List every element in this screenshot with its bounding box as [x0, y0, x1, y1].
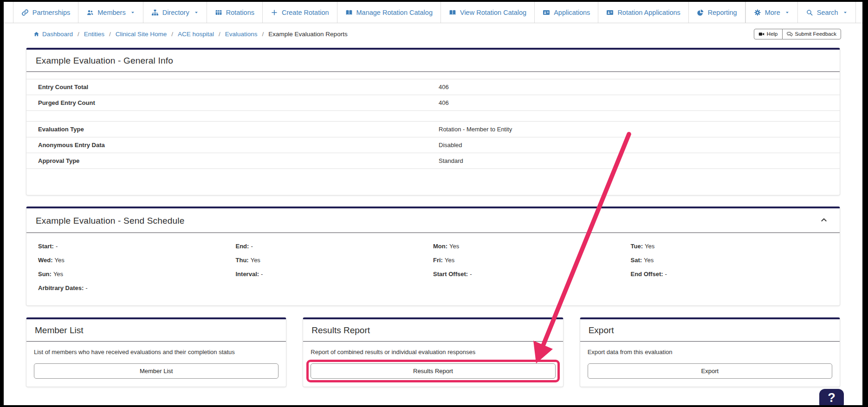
row-label: Anonymous Entry Data	[26, 142, 439, 149]
nav-item-label: Members	[97, 9, 125, 16]
sitemap-icon	[151, 9, 159, 16]
nav-item-directory[interactable]: Directory	[143, 2, 207, 23]
nav-leading-space	[4, 2, 13, 23]
member-list-button[interactable]: Member List	[34, 363, 279, 379]
general-info-table-counts: Entry Count Total 406 Purged Entry Count…	[26, 79, 840, 111]
nav-item-view-rotation-catalog[interactable]: View Rotation Catalog	[440, 2, 534, 23]
chevron-down-icon	[194, 10, 199, 15]
schedule-field-sun: Sun:Yes	[38, 267, 236, 281]
help-widget-button[interactable]: ?	[819, 389, 844, 405]
panel-title: Example Evaluation - Send Schedule	[36, 216, 185, 226]
panel-bottom-padding	[26, 169, 840, 195]
main-content: Example Evaluation - General Info Entry …	[4, 45, 862, 387]
export-card: Export Export data from this evaluation …	[580, 317, 840, 387]
breadcrumb-dashboard[interactable]: Dashboard	[33, 31, 73, 38]
nav-trailing-space	[856, 2, 862, 23]
nav-item-create-rotation[interactable]: Create Rotation	[262, 2, 337, 23]
help-button[interactable]: Help	[754, 29, 783, 39]
page: Partnerships Members Directory Rotations…	[4, 2, 862, 405]
nav-item-rotations[interactable]: Rotations	[207, 2, 262, 23]
row-value: Disabled	[439, 142, 840, 149]
schedule-field-wed: Wed:Yes	[38, 253, 236, 267]
export-button[interactable]: Export	[588, 363, 832, 379]
row-label: Entry Count Total	[26, 84, 439, 90]
breadcrumb-current-page: Example Evaluation Reports	[268, 31, 347, 38]
users-icon	[86, 9, 94, 16]
question-mark-icon: ?	[828, 391, 836, 405]
home-icon	[33, 31, 39, 37]
breadcrumb-bar: Dashboard / Entities / Clinical Site Hom…	[4, 23, 862, 45]
table-row: Evaluation Type Rotation - Member to Ent…	[26, 121, 840, 137]
nav-item-label: Reporting	[708, 9, 737, 16]
general-info-table-settings: Evaluation Type Rotation - Member to Ent…	[26, 121, 840, 169]
card-title: Export	[589, 325, 614, 335]
nav-item-members[interactable]: Members	[78, 2, 143, 23]
nav-item-search[interactable]: Search	[797, 2, 856, 23]
general-info-panel: Example Evaluation - General Info Entry …	[26, 48, 840, 195]
breadcrumb-ace-hospital[interactable]: ACE hospital	[178, 31, 214, 38]
table-icon	[215, 9, 222, 16]
schedule-field-start-offset: Start Offset:-	[433, 267, 631, 281]
row-label: Purged Entry Count	[26, 99, 439, 106]
send-schedule-panel: Example Evaluation - Send Schedule Start…	[26, 207, 840, 306]
card-header: Results Report	[303, 319, 563, 342]
card-title: Results Report	[311, 325, 370, 335]
collapse-panel-button[interactable]	[817, 214, 830, 227]
row-label: Approval Type	[26, 157, 439, 164]
table-row: Purged Entry Count 406	[26, 95, 840, 111]
card-header: Export	[580, 319, 840, 342]
schedule-field-tue: Tue:Yes	[631, 239, 829, 253]
results-report-card: Results Report Report of combined result…	[303, 317, 563, 387]
search-icon	[806, 9, 813, 16]
panel-title: Example Evaluation - General Info	[36, 56, 173, 66]
schedule-field-interval: Interval:-	[236, 267, 434, 281]
nav-item-manage-rotation-catalog[interactable]: Manage Rotation Catalog	[337, 2, 440, 23]
send-schedule-header: Example Evaluation - Send Schedule	[26, 208, 840, 233]
comments-icon	[787, 31, 793, 37]
video-icon	[758, 31, 764, 37]
chevron-up-icon	[819, 215, 829, 225]
card-body: List of members who have received evalua…	[26, 342, 286, 387]
send-schedule-grid: Start:- End:- Mon:Yes Tue:Yes Wed:Yes Th…	[26, 233, 840, 305]
book-icon	[449, 9, 456, 16]
chevron-down-icon	[785, 10, 790, 15]
schedule-field-end-offset: End Offset:-	[631, 267, 829, 281]
report-cards-row: Member List List of members who have rec…	[26, 317, 840, 387]
id-card-icon	[543, 9, 550, 16]
top-nav: Partnerships Members Directory Rotations…	[4, 2, 862, 23]
results-report-button[interactable]: Results Report	[311, 363, 555, 379]
nav-item-label: Partnerships	[32, 9, 70, 16]
nav-item-rotation-applications[interactable]: Rotation Applications	[598, 2, 688, 23]
nav-item-label: More	[765, 9, 780, 16]
schedule-field-end: End:-	[236, 239, 434, 253]
breadcrumb-separator: /	[171, 31, 173, 38]
nav-item-reporting[interactable]: Reporting	[688, 2, 745, 23]
card-description: Report of combined results or individual…	[311, 349, 555, 355]
table-row: Entry Count Total 406	[26, 79, 840, 95]
nav-item-label: Search	[817, 9, 838, 16]
screenshot-frame: Partnerships Members Directory Rotations…	[0, 0, 868, 407]
gear-icon	[754, 9, 761, 16]
row-label: Evaluation Type	[26, 126, 439, 133]
breadcrumb-evaluations[interactable]: Evaluations	[225, 31, 258, 38]
schedule-field-fri: Fri:Yes	[433, 253, 631, 267]
nav-item-partnerships[interactable]: Partnerships	[13, 2, 78, 23]
breadcrumb-clinical-site-home[interactable]: Clinical Site Home	[116, 31, 167, 38]
plus-icon	[271, 9, 278, 16]
card-header: Member List	[26, 319, 286, 342]
header-action-group: Help Submit Feedback	[754, 29, 841, 39]
card-body: Export data from this evaluation Export	[580, 342, 840, 387]
nav-item-label: Create Rotation	[282, 9, 329, 16]
nav-item-more[interactable]: More	[745, 2, 797, 23]
card-title: Member List	[35, 325, 84, 335]
card-description: List of members who have received evalua…	[34, 349, 279, 355]
nav-item-label: Rotation Applications	[617, 9, 680, 16]
submit-feedback-button[interactable]: Submit Feedback	[782, 29, 842, 39]
schedule-field-mon: Mon:Yes	[433, 239, 631, 253]
schedule-field-sat: Sat:Yes	[631, 253, 829, 267]
nav-item-applications[interactable]: Applications	[534, 2, 598, 23]
breadcrumb-entities[interactable]: Entities	[84, 31, 104, 38]
member-list-card: Member List List of members who have rec…	[26, 317, 286, 387]
row-value: 406	[439, 84, 840, 90]
link-icon	[21, 9, 29, 16]
